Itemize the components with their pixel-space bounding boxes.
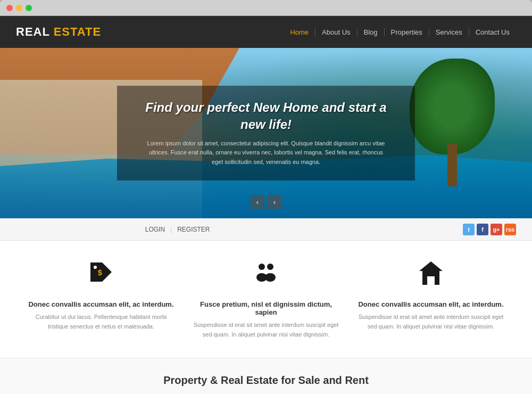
login-register-links: LOGIN | REGISTER xyxy=(140,226,215,233)
slider-prev-button[interactable]: ‹ xyxy=(251,195,264,209)
feature-item-3: Donec convallis accumsan elit, ac interd… xyxy=(356,259,505,339)
hero-overlay: Find your perfect New Home and start a n… xyxy=(117,86,415,180)
nav-link-properties[interactable]: Properties xyxy=(385,28,429,36)
nav-item-home[interactable]: Home xyxy=(284,27,315,37)
hero-tree xyxy=(404,59,500,186)
properties-section: Property & Real Estate for Sale and Rent… xyxy=(0,358,532,394)
slider-arrows: ‹ › xyxy=(251,195,281,209)
gplus-icon[interactable]: g+ xyxy=(491,224,502,235)
register-link[interactable]: REGISTER xyxy=(172,226,215,233)
svg-point-3 xyxy=(267,264,273,270)
feature-title-1: Donec convallis accumsan elit, ac interd… xyxy=(27,300,176,308)
tree-canopy xyxy=(410,59,495,154)
feature-item-1: $ Donec convallis accumsan elit, ac inte… xyxy=(27,259,176,339)
house-icon xyxy=(356,259,505,293)
hero-section: Find your perfect New Home and start a n… xyxy=(0,48,532,218)
svg-point-5 xyxy=(265,273,276,282)
browser-window: REAL ESTATE Home About Us Blog Propertie… xyxy=(0,0,532,394)
browser-content: REAL ESTATE Home About Us Blog Propertie… xyxy=(0,16,532,394)
login-link[interactable]: LOGIN xyxy=(140,226,170,233)
minimize-dot[interactable] xyxy=(16,5,22,11)
features-section: $ Donec convallis accumsan elit, ac inte… xyxy=(0,241,532,358)
nav-item-contact[interactable]: Contact Us xyxy=(469,27,516,37)
nav-link-services[interactable]: Services xyxy=(429,28,469,36)
feature-desc-1: Curabitur ut dui lacus. Pellentesque hab… xyxy=(27,313,176,331)
site-logo[interactable]: REAL ESTATE xyxy=(16,25,101,39)
navbar: REAL ESTATE Home About Us Blog Propertie… xyxy=(0,16,532,48)
nav-item-blog[interactable]: Blog xyxy=(358,27,385,37)
nav-link-about[interactable]: About Us xyxy=(315,28,357,36)
svg-text:$: $ xyxy=(98,268,102,277)
rss-icon[interactable]: rss xyxy=(504,224,516,235)
social-icons: t f g+ rss xyxy=(463,224,516,235)
feature-desc-3: Suspendisse id erat sit amet ante interd… xyxy=(356,313,505,331)
nav-item-properties[interactable]: Properties xyxy=(385,27,429,37)
svg-point-2 xyxy=(259,264,265,270)
nav-link-contact[interactable]: Contact Us xyxy=(469,28,516,36)
feature-desc-2: Suspendisse id erat sit amet ante interd… xyxy=(192,321,340,339)
nav-item-services[interactable]: Services xyxy=(429,27,469,37)
people-icon xyxy=(192,259,340,293)
tag-icon: $ xyxy=(27,259,176,293)
svg-rect-7 xyxy=(427,276,435,285)
feature-title-3: Donec convallis accumsan elit, ac interd… xyxy=(356,300,505,308)
maximize-dot[interactable] xyxy=(26,5,32,11)
svg-point-0 xyxy=(94,266,97,269)
nav-link-home[interactable]: Home xyxy=(284,28,315,36)
close-dot[interactable] xyxy=(6,5,13,11)
slider-next-button[interactable]: › xyxy=(268,195,281,209)
nav-link-blog[interactable]: Blog xyxy=(358,28,385,36)
nav-links: Home About Us Blog Properties Services C… xyxy=(284,27,516,37)
twitter-icon[interactable]: t xyxy=(463,224,475,235)
properties-section-title: Property & Real Estate for Sale and Rent xyxy=(16,374,516,387)
feature-title-2: Fusce pretium, nisl et dignissim dictum,… xyxy=(192,300,340,316)
nav-item-about[interactable]: About Us xyxy=(315,27,357,37)
hero-description: Lorem ipsum dolor sit amet, consectetur … xyxy=(144,139,388,167)
login-bar: LOGIN | REGISTER t f g+ rss xyxy=(0,218,532,241)
feature-item-2: Fusce pretium, nisl et dignissim dictum,… xyxy=(192,259,340,339)
facebook-icon[interactable]: f xyxy=(477,224,488,235)
browser-titlebar xyxy=(0,0,532,16)
hero-title: Find your perfect New Home and start a n… xyxy=(144,99,388,132)
tree-trunk xyxy=(447,144,457,186)
